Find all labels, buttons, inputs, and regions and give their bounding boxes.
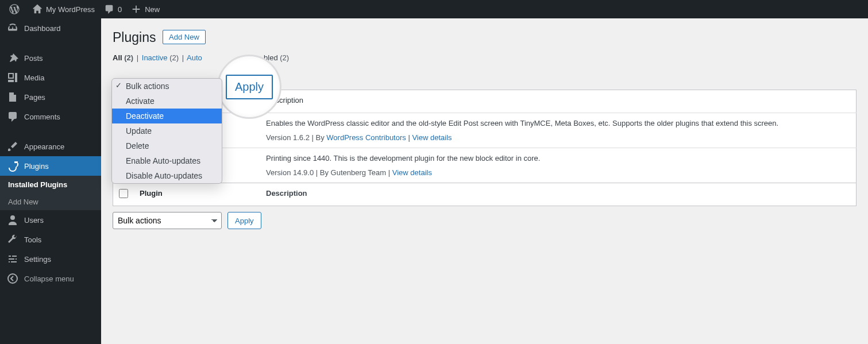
sidebar-item-plugins[interactable]: Plugins [0,156,101,176]
sidebar-item-tools[interactable]: Tools [0,230,101,249]
admin-bar: My WordPress 0 New [0,0,868,18]
bulk-action-select-bottom[interactable]: Bulk actions [113,212,222,229]
wordpress-logo-icon [9,4,20,14]
status-filters: All (2) | Inactive (2) | Auto bled (2) [113,53,857,62]
site-name-menu[interactable]: My WordPress [28,0,99,18]
sidebar-label: Posts [24,54,43,63]
sidebar-item-media[interactable]: Media [0,68,101,87]
sidebar-item-comments[interactable]: Comments [0,107,101,126]
submenu-add-new[interactable]: Add New [0,193,101,210]
col-description-foot: Description [260,183,857,206]
select-all-bottom[interactable] [119,189,128,198]
sidebar-item-settings[interactable]: Settings [0,249,101,269]
apply-button-bottom[interactable]: Apply [227,212,261,229]
sidebar-item-appearance[interactable]: Appearance [0,137,101,156]
dashboard-icon [7,22,18,34]
site-name-label: My WordPress [46,5,95,14]
dropdown-option-bulk-actions[interactable]: Bulk actions [112,79,222,94]
user-icon [7,214,18,226]
svg-point-0 [8,274,17,283]
speech-bubble-icon [104,4,114,14]
comments-count: 0 [118,5,122,14]
dropdown-option-disable-auto-updates[interactable]: Disable Auto-updates [112,168,222,183]
page-title: Plugins [113,30,156,45]
view-details-link[interactable]: View details [392,168,432,177]
dropdown-option-enable-auto-updates[interactable]: Enable Auto-updates [112,153,222,168]
plugin-author-link[interactable]: WordPress Contributors [326,133,406,142]
paintbrush-icon [7,141,18,152]
submenu-installed-plugins[interactable]: Installed Plugins [0,176,101,193]
sidebar-item-dashboard[interactable]: Dashboard [0,18,101,38]
sliders-icon [7,253,18,265]
sidebar-label: Appearance [24,142,64,151]
sidebar-label: Collapse menu [24,275,74,283]
sidebar-label: Pages [24,93,45,102]
dropdown-option-deactivate[interactable]: Deactivate [112,109,222,123]
dropdown-option-delete[interactable]: Delete [112,138,222,153]
add-new-button[interactable]: Add New [163,30,206,44]
col-description: Description [260,90,857,113]
speech-bubble-icon [7,111,18,122]
dropdown-option-update[interactable]: Update [112,123,222,138]
pushpin-icon [7,52,18,64]
sidebar-item-posts[interactable]: Posts [0,48,101,68]
home-icon [32,4,43,14]
bottom-tablenav: Bulk actions Apply [113,212,857,229]
apply-highlight-circle: Apply [217,55,281,119]
page-icon [7,91,18,103]
sidebar-label: Media [24,74,44,82]
apply-button-top[interactable]: Apply [226,75,273,99]
table-row: Enables the WordPress classic editor and… [113,113,857,148]
dropdown-option-activate[interactable]: Activate [112,94,222,109]
sidebar-label: Users [24,216,44,225]
wrench-icon [7,234,18,245]
admin-sidebar: Dashboard Posts Media Pages Comments App… [0,18,101,344]
sidebar-item-users[interactable]: Users [0,210,101,230]
sidebar-label: Comments [24,113,60,121]
filter-all[interactable]: All (2) [113,53,136,62]
col-plugin-foot[interactable]: Plugin [134,183,260,206]
new-label: New [145,5,160,14]
sidebar-separator [0,38,101,48]
sidebar-item-pages[interactable]: Pages [0,87,101,107]
collapse-icon [7,273,18,284]
filter-inactive[interactable]: Inactive (2) [142,53,181,62]
plugins-submenu: Installed Plugins Add New [0,176,101,210]
plus-icon [131,4,141,14]
sidebar-collapse[interactable]: Collapse menu [0,269,101,288]
view-details-link[interactable]: View details [412,133,452,142]
plug-icon [7,160,18,172]
table-row: Gutenberg Activate | Delete Printing sin… [113,148,857,183]
sidebar-label: Tools [24,235,41,244]
new-content-menu[interactable]: New [126,0,164,18]
sidebar-separator [0,126,101,137]
plugin-description: Printing since 1440. This is the develop… [266,154,850,163]
media-icon [7,72,18,83]
bulk-action-dropdown-open[interactable]: Bulk actions Activate Deactivate Update … [111,78,222,184]
sidebar-label: Plugins [24,162,49,171]
wp-logo-menu[interactable] [5,0,28,18]
sidebar-label: Dashboard [24,24,61,33]
plugin-description: Enables the WordPress classic editor and… [266,119,850,127]
comments-menu[interactable]: 0 [99,0,126,18]
plugin-author-plain: Gutenberg Team [331,168,387,177]
sidebar-label: Settings [24,255,51,264]
